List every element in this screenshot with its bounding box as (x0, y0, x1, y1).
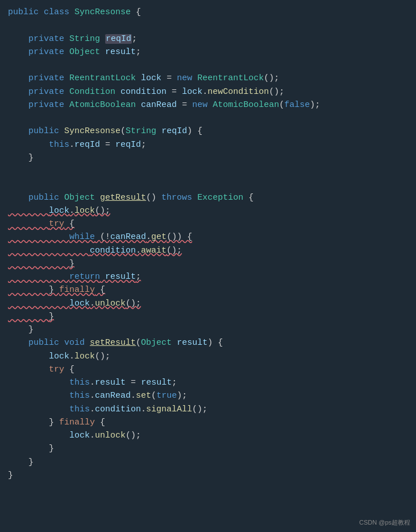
code-line-17: try { (6, 217, 416, 230)
code-line-11: this.reqId = reqId; (6, 138, 416, 151)
code-line-26: public void setResult(Object result) { (6, 336, 416, 349)
code-line-10: public SyncResonse(String reqId) { (6, 125, 416, 138)
code-line-32: } finally { (6, 416, 416, 429)
code-line-33: lock.unlock(); (6, 429, 416, 442)
code-line-16: lock.lock(); (6, 204, 416, 217)
code-line-4: private Object result; (6, 46, 416, 59)
code-line-27: lock.lock(); (6, 350, 416, 363)
code-line-36: } (6, 469, 416, 482)
code-line-13 (6, 164, 416, 178)
code-line-31: this.condition.signalAll(); (6, 403, 416, 416)
code-line-25: } (6, 323, 416, 336)
code-line-2 (6, 19, 416, 32)
code-line-19: condition.await(); (6, 244, 416, 257)
code-line-30: this.canRead.set(true); (6, 389, 416, 402)
code-line-35: } (6, 456, 416, 469)
code-line-8: private AtomicBoolean canRead = new Atom… (6, 98, 416, 112)
code-line-29: this.result = result; (6, 376, 416, 389)
code-editor: public class SyncResonse { private Strin… (0, 0, 416, 532)
code-line-20: } (6, 257, 416, 270)
code-line-24: } (6, 310, 416, 323)
watermark-text: CSDN @ps超教程 (359, 518, 410, 527)
code-line-1: public class SyncResonse { (6, 6, 416, 19)
code-line-34: } (6, 442, 416, 455)
code-line-7: private Condition condition = lock.newCo… (6, 85, 416, 98)
code-line-3: private String reqId; (6, 32, 416, 46)
code-line-23: lock.unlock(); (6, 297, 416, 310)
code-line-21: return result; (6, 270, 416, 283)
code-line-14 (6, 178, 416, 191)
code-line-15: public Object getResult() throws Excepti… (6, 191, 416, 204)
code-line-6: private ReentrantLock lock = new Reentra… (6, 72, 416, 85)
code-line-12: } (6, 151, 416, 164)
code-line-22: } finally { (6, 283, 416, 296)
code-line-5 (6, 59, 416, 72)
code-line-18: while (!canRead.get()) { (6, 230, 416, 244)
code-line-9 (6, 112, 416, 125)
code-line-28: try { (6, 363, 416, 376)
